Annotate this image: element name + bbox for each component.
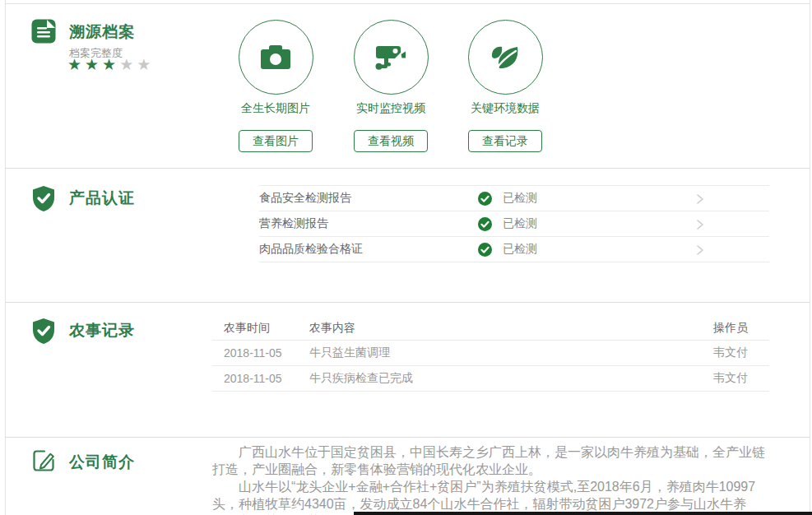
star-icon: ★ [119, 56, 137, 73]
farm-operator: 韦文付 [713, 346, 769, 360]
view-video-button[interactable]: 查看视频 [354, 130, 428, 152]
panel-border-left [5, 0, 6, 515]
feature-live-video: 实时监控视频 查看视频 [333, 20, 448, 152]
farm-content: 牛只益生菌调理 [309, 346, 713, 360]
section-divider [5, 168, 810, 169]
column-header-time: 农事时间 [224, 321, 309, 336]
company-edit-icon [31, 448, 56, 475]
farming-table-header: 农事时间 农事内容 操作员 [212, 317, 769, 341]
star-icon: ★ [67, 56, 85, 73]
star-icon: ★ [85, 56, 102, 73]
star-icon: ★ [102, 56, 119, 73]
cert-item-meat-quality[interactable]: 肉品品质检验合格证 已检测 [259, 237, 769, 262]
archive-document-icon [31, 19, 56, 45]
cert-item-label: 肉品品质检验合格证 [259, 242, 363, 257]
company-section-title: 公司简介 [69, 452, 135, 473]
company-paragraph: 山水牛以“龙头企业+金融+合作社+贫困户”为养殖扶贫模式,至2018年6月，养殖… [212, 478, 772, 515]
chevron-right-icon [695, 193, 705, 205]
farm-content: 牛只疾病检查已完成 [309, 371, 713, 386]
farming-records-table: 农事时间 农事内容 操作员 2018-11-05 牛只益生菌调理 韦文付 201… [212, 317, 769, 392]
cert-item-food-safety[interactable]: 食品安全检测报告 已检测 [259, 186, 769, 211]
cert-item-label: 食品安全检测报告 [259, 191, 351, 206]
status-text: 已检测 [503, 216, 537, 231]
environment-data-circle[interactable] [468, 20, 543, 95]
cert-item-status: 已检测 [478, 242, 537, 257]
archive-section-title: 溯源档案 [69, 21, 135, 43]
section-divider [5, 437, 810, 438]
archive-rating: ★★★★★ [67, 55, 154, 74]
company-paragraph: 广西山水牛位于国定贫困县，中国长寿之乡广西上林，是一家以肉牛养殖为基础，全产业链… [212, 443, 772, 478]
check-circle-icon [478, 192, 492, 206]
check-circle-icon [478, 243, 492, 257]
column-header-operator: 操作员 [713, 321, 769, 336]
status-text: 已检测 [503, 242, 537, 257]
farming-shield-icon [31, 318, 56, 344]
live-video-label: 实时监控视频 [356, 101, 425, 116]
panel-border-top [5, 3, 810, 4]
star-icon: ★ [137, 56, 154, 73]
chevron-right-icon [695, 244, 705, 256]
farm-time: 2018-11-05 [224, 372, 309, 385]
certification-section-title: 产品认证 [69, 188, 135, 209]
growth-photos-circle[interactable] [239, 20, 313, 95]
feature-growth-photos: 全生长期图片 查看图片 [218, 20, 333, 152]
certification-shield-icon [31, 185, 56, 211]
bottom-dark-bar [354, 512, 812, 515]
table-row: 2018-11-05 牛只疾病检查已完成 韦文付 [212, 366, 769, 392]
section-divider [5, 302, 810, 303]
check-circle-icon [478, 217, 492, 231]
farm-operator: 韦文付 [713, 371, 769, 386]
cert-item-status: 已检测 [478, 191, 537, 206]
farming-section-title: 农事记录 [69, 320, 135, 341]
view-photos-button[interactable]: 查看图片 [239, 130, 313, 152]
cctv-icon [374, 43, 407, 72]
panel-border-right [810, 0, 810, 515]
chevron-right-icon [695, 219, 705, 230]
status-text: 已检测 [503, 191, 537, 206]
camera-icon [258, 44, 293, 72]
certification-list: 食品安全检测报告 已检测 营养检测报告 已检测 肉品品质检验合格证 [259, 185, 769, 262]
growth-photos-label: 全生长期图片 [241, 101, 310, 116]
table-row: 2018-11-05 牛只益生菌调理 韦文付 [212, 341, 769, 366]
cert-item-nutrition[interactable]: 营养检测报告 已检测 [259, 211, 769, 237]
company-profile-text: 广西山水牛位于国定贫困县，中国长寿之乡广西上林，是一家以肉牛养殖为基础，全产业链… [212, 443, 772, 515]
leaf-icon [490, 44, 521, 72]
cert-item-label: 营养检测报告 [259, 216, 328, 231]
feature-environment-data: 关键环境数据 查看记录 [448, 20, 563, 152]
farm-time: 2018-11-05 [224, 346, 309, 360]
column-header-content: 农事内容 [309, 321, 713, 336]
cert-item-status: 已检测 [478, 216, 537, 231]
view-records-button[interactable]: 查看记录 [468, 130, 542, 152]
environment-data-label: 关键环境数据 [471, 101, 540, 116]
live-video-circle[interactable] [354, 20, 429, 95]
